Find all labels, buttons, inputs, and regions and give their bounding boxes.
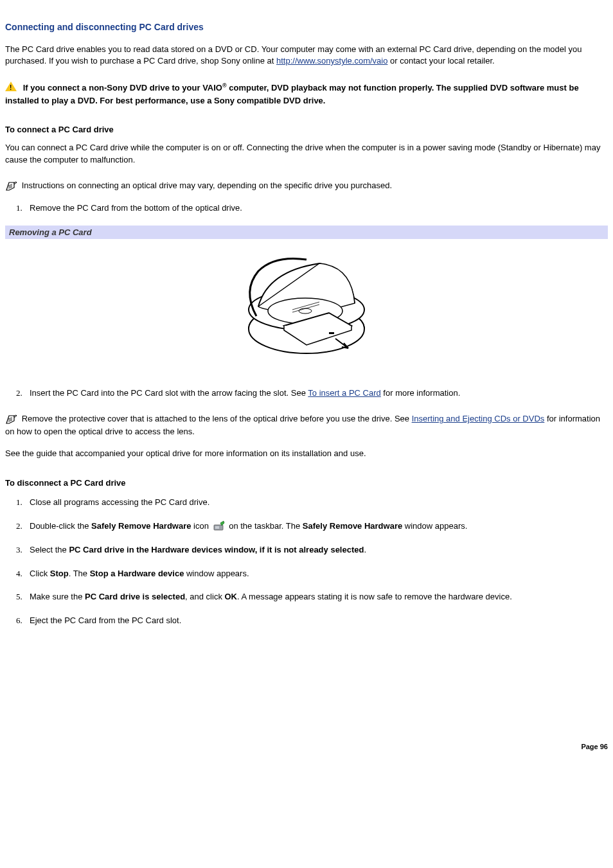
- page-title: Connecting and disconnecting PC Card dri…: [5, 22, 608, 32]
- d2-bold1: Safely Remove Hardware: [91, 521, 191, 531]
- connect-step-2: Insert the PC Card into the PC Card slot…: [24, 387, 608, 400]
- lens-note-pre: Remove the protective cover that is atta…: [22, 414, 412, 423]
- page-number: Page 96: [5, 743, 608, 750]
- d2-mid2: on the taskbar. The: [227, 521, 303, 531]
- registered-mark: ®: [222, 82, 227, 89]
- disconnect-step-4: Click Stop. The Stop a Hardware device w…: [24, 568, 608, 580]
- disconnect-heading: To disconnect a PC Card drive: [5, 478, 608, 488]
- figure-image: [5, 245, 608, 369]
- d4-mid: . The: [69, 569, 90, 578]
- lens-note: Remove the protective cover that is atta…: [5, 412, 608, 438]
- disconnect-step-6: Eject the PC Card from the PC Card slot.: [24, 615, 608, 627]
- connect-paragraph: You can connect a PC Card drive while th…: [5, 142, 608, 166]
- d5-pre: Make sure the: [30, 592, 85, 601]
- insert-pc-card-link[interactable]: To insert a PC Card: [308, 388, 380, 398]
- d3-post: .: [364, 545, 366, 554]
- svg-point-3: [299, 308, 312, 314]
- d2-pre: Double-click the: [30, 521, 91, 531]
- svg-rect-4: [329, 332, 334, 334]
- see-guide-paragraph: See the guide that accompanied your opti…: [5, 448, 608, 460]
- inserting-ejecting-link[interactable]: Inserting and Ejecting CDs or DVDs: [412, 414, 545, 423]
- step2-pre: Insert the PC Card into the PC Card slot…: [30, 388, 308, 398]
- disconnect-step-2: Double-click the Safely Remove Hardware …: [24, 520, 608, 533]
- safely-remove-hardware-icon: [213, 521, 226, 533]
- d4-bold1: Stop: [50, 569, 69, 578]
- d3-pre: Select the: [30, 545, 69, 554]
- d2-bold2: Safely Remove Hardware: [303, 521, 402, 531]
- d4-pre: Click: [30, 569, 50, 578]
- warning-block: If you connect a non-Sony DVD drive to y…: [5, 81, 608, 107]
- d4-bold2: Stop a Hardware device: [90, 569, 184, 578]
- warning-icon: [5, 82, 17, 91]
- d5-mid1: , and click: [185, 592, 224, 601]
- disconnect-steps: Close all programs accessing the PC Card…: [24, 497, 608, 627]
- d3-bold: PC Card drive in the Hardware devices wi…: [69, 545, 364, 554]
- connect-step-1: Remove the PC Card from the bottom of th…: [24, 202, 608, 215]
- warning-text-pre: If you connect a non-Sony DVD drive to y…: [23, 83, 222, 93]
- connect-note-text: Instructions on connecting an optical dr…: [22, 181, 392, 190]
- connect-note: Instructions on connecting an optical dr…: [5, 179, 608, 192]
- d5-bold2: OK: [225, 592, 238, 601]
- figure-caption: Removing a PC Card: [5, 226, 608, 239]
- connect-steps: Remove the PC Card from the bottom of th…: [24, 202, 608, 215]
- d5-bold1: PC Card drive is selected: [85, 592, 185, 601]
- disconnect-step-3: Select the PC Card drive in the Hardware…: [24, 544, 608, 556]
- note-icon: [5, 181, 18, 191]
- intro-text-post: or contact your local retailer.: [387, 56, 494, 66]
- sonystyle-link[interactable]: http://www.sonystyle.com/vaio: [276, 56, 387, 66]
- d4-post: window appears.: [184, 569, 249, 578]
- disconnect-step-5: Make sure the PC Card drive is selected,…: [24, 591, 608, 603]
- intro-paragraph: The PC Card drive enables you to read da…: [5, 44, 608, 67]
- d5-post: . A message appears stating it is now sa…: [237, 592, 512, 601]
- connect-heading: To connect a PC Card drive: [5, 125, 608, 134]
- connect-steps-cont: Insert the PC Card into the PC Card slot…: [24, 387, 608, 400]
- note-icon: [5, 414, 18, 425]
- d2-post: window appears.: [402, 521, 467, 531]
- svg-rect-6: [215, 526, 219, 529]
- d2-mid1: icon: [191, 521, 211, 531]
- step2-post: for more information.: [381, 388, 461, 398]
- disconnect-step-1: Close all programs accessing the PC Card…: [24, 497, 608, 509]
